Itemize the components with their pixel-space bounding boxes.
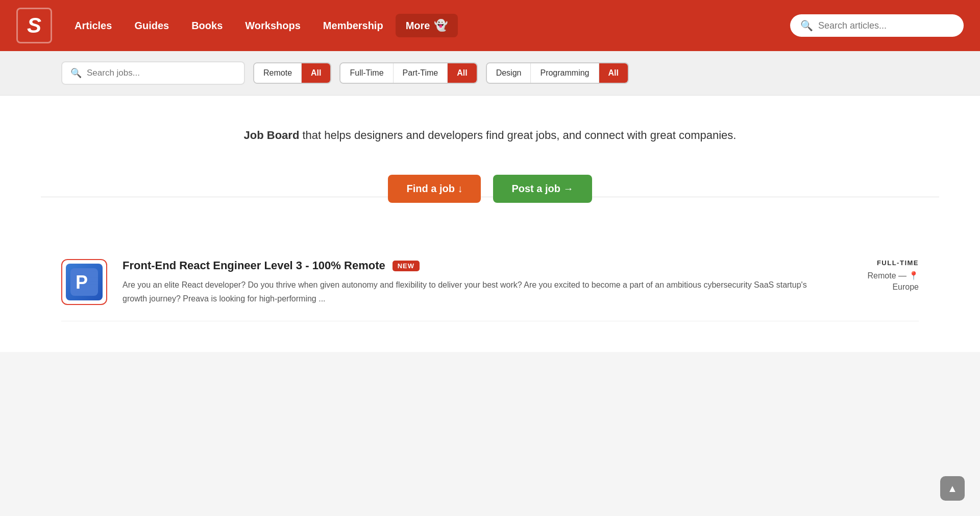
- job-meta: FULL-TIME Remote — 📍 Europe: [837, 259, 919, 292]
- job-search-box: 🔍: [61, 61, 245, 85]
- company-logo: P: [61, 259, 107, 305]
- filter-programming[interactable]: Programming: [531, 63, 599, 83]
- nav-articles[interactable]: Articles: [64, 15, 122, 37]
- nav-membership[interactable]: Membership: [313, 15, 394, 37]
- filter-all-category[interactable]: All: [599, 63, 628, 83]
- site-header: S Articles Guides Books Workshops Member…: [0, 0, 980, 51]
- logo-letter: S: [27, 15, 41, 36]
- table-row[interactable]: P Front-End React Engineer Level 3 - 100…: [61, 244, 919, 321]
- job-info: Front-End React Engineer Level 3 - 100% …: [122, 259, 822, 306]
- job-title-row: Front-End React Engineer Level 3 - 100% …: [122, 259, 822, 272]
- search-icon: 🔍: [800, 19, 813, 32]
- svg-text:P: P: [76, 272, 88, 293]
- job-location: Remote — 📍: [837, 271, 919, 280]
- hero-text: Job Board that helps designers and devel…: [20, 126, 960, 144]
- job-title: Front-End React Engineer Level 3 - 100% …: [122, 259, 385, 272]
- filter-bar: 🔍 Remote All Full-Time Part-Time All Des…: [0, 51, 980, 96]
- header-search: 🔍: [790, 14, 964, 37]
- location-filter-group: Remote All: [253, 62, 331, 84]
- filter-remote[interactable]: Remote: [254, 63, 302, 83]
- main-nav: Articles Guides Books Workshops Membersh…: [64, 14, 780, 37]
- type-filter-group: Full-Time Part-Time All: [339, 62, 477, 84]
- category-filter-group: Design Programming All: [486, 62, 629, 84]
- nav-more[interactable]: More 👻: [396, 14, 458, 37]
- nav-workshops[interactable]: Workshops: [235, 15, 311, 37]
- cta-row: Find a job ↓ Post a job →: [0, 165, 980, 228]
- location-pin-icon: 📍: [909, 271, 919, 280]
- location-text: Remote —: [868, 271, 906, 280]
- more-label: More: [406, 20, 430, 32]
- filter-fulltime[interactable]: Full-Time: [340, 63, 393, 83]
- filter-parttime[interactable]: Part-Time: [394, 63, 448, 83]
- hero-description: that helps designers and developers find…: [299, 129, 736, 142]
- job-search-input[interactable]: [87, 68, 236, 78]
- nav-books[interactable]: Books: [181, 15, 233, 37]
- job-region: Europe: [837, 283, 919, 292]
- search-input[interactable]: [818, 20, 953, 31]
- job-listings: P Front-End React Engineer Level 3 - 100…: [0, 228, 980, 352]
- new-badge: NEW: [393, 261, 420, 271]
- company-logo-letter: P: [66, 264, 103, 300]
- hero-bold: Job Board: [244, 129, 300, 142]
- filter-all-location[interactable]: All: [302, 63, 330, 83]
- post-job-button[interactable]: Post a job →: [493, 175, 592, 203]
- job-type: FULL-TIME: [837, 259, 919, 267]
- hero-section: Job Board that helps designers and devel…: [0, 96, 980, 165]
- filter-all-type[interactable]: All: [448, 63, 476, 83]
- filter-design[interactable]: Design: [487, 63, 531, 83]
- main-content: Job Board that helps designers and devel…: [0, 96, 980, 352]
- nav-guides[interactable]: Guides: [124, 15, 179, 37]
- ghost-icon: 👻: [434, 19, 448, 32]
- job-description: Are you an elite React developer? Do you…: [122, 278, 822, 306]
- job-search-icon: 🔍: [70, 67, 82, 79]
- logo[interactable]: S: [16, 8, 52, 43]
- find-job-button[interactable]: Find a job ↓: [388, 175, 481, 203]
